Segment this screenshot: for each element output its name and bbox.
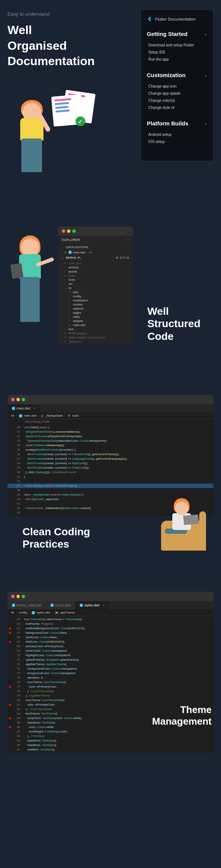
doc-section: Platform Builds⌄Android setupiOS setup [147, 120, 207, 145]
code-line: 68 primaryColor: kPrimaryColor, [7, 644, 214, 649]
code-line: 89 headline3: TextStyle(), [7, 738, 214, 743]
code-line: 63 fontFamily: 'Poppins', [7, 622, 214, 626]
doc-link[interactable]: Change color(s) [148, 97, 207, 104]
code-line: 78 ), // IconThemeData [7, 689, 214, 694]
section-heading: Theme Management [152, 704, 212, 727]
tree-item[interactable]: ›android [60, 265, 131, 269]
code-line: 76 iconTheme: IconThemeData( [7, 680, 214, 685]
project-header[interactable]: ⌄ SERVO_P... ⊕ 🗀 ↻ ⊟ [58, 255, 133, 261]
doc-section: Getting Started⌄Download and setup Flutt… [147, 31, 207, 63]
code-line: 87 fontWeight: FontWeight.bold, [7, 730, 214, 734]
code-line: 80 iconTheme: IconThemeData( [7, 698, 214, 703]
minimize-icon[interactable] [16, 398, 20, 401]
doc-link[interactable]: Change app splash [148, 90, 207, 97]
close-icon[interactable] [11, 398, 15, 401]
doc-link[interactable]: Setup IDE [148, 49, 207, 56]
close-icon[interactable] [11, 595, 15, 598]
doc-section-title[interactable]: Platform Builds⌄ [147, 120, 207, 127]
code-line: 74 foregroundColor: Colors.transparent, [7, 671, 214, 676]
code-line: 72 appBarTheme: AppBarTheme( [7, 662, 214, 667]
tree-item[interactable]: ≡flutter-plugins-dependencies [60, 335, 131, 339]
tree-item[interactable]: ›fonts [60, 278, 131, 282]
maximize-icon[interactable] [22, 398, 25, 401]
tree-item[interactable]: ≡main.dart [60, 323, 131, 327]
tree-item[interactable]: ≡flutter-plugins [60, 331, 131, 335]
breadcrumb[interactable]: lib › main.dart › {} _MyAppState › ⊕ bui… [7, 412, 214, 419]
structured-code-section: EXPLORER ⋯ ⌄ OPEN EDITORS × main.dart li… [0, 197, 221, 369]
tree-item[interactable]: ›utility [60, 315, 131, 319]
code-line: 88 ), // TextStyle [7, 734, 214, 738]
tree-item[interactable]: ›assets [60, 269, 131, 274]
close-icon[interactable] [62, 229, 65, 233]
close-icon[interactable]: × [34, 406, 36, 410]
doc-link[interactable]: Change app icon [148, 83, 207, 90]
window-controls[interactable] [7, 592, 214, 601]
tree-item[interactable]: ›test [60, 327, 131, 331]
explorer-title: EXPLORER ⋯ [58, 236, 133, 244]
tree-item[interactable]: ›build [60, 274, 131, 278]
code-line: 29 BlocProvider(create: (context) => Cha… [7, 466, 214, 470]
doc-link[interactable]: Download and setup Flutter [148, 42, 207, 49]
dart-icon [69, 251, 72, 254]
file-tab[interactable]: styles.dart× [75, 601, 109, 609]
person-illustration [11, 95, 52, 174]
code-line: 22 SystemChrome.setSystemUIOverlayStyle( [7, 434, 214, 439]
code-lens[interactable]: Run | Debug | Profile [7, 419, 214, 424]
code-editor: theme_cubit.dartcolors.dartstyles.dart× … [7, 592, 214, 753]
code-content: 62final ThemeData darkTheme = ThemeData(… [7, 616, 214, 753]
tree-item[interactable]: ›widgets [60, 319, 131, 323]
doc-section-title[interactable]: Customization⌄ [147, 72, 207, 78]
code-line: 25 runApp(MultiBlocProvider(providers: [ [7, 448, 214, 452]
file-explorer-panel: EXPLORER ⋯ ⌄ OPEN EDITORS × main.dart li… [58, 226, 133, 344]
tree-item[interactable]: ⌄lib [60, 286, 131, 290]
file-tab[interactable]: colors.dart [46, 601, 75, 609]
section-heading: Well Structured Code [147, 305, 200, 343]
code-line: 21 WidgetsFlutterBinding.ensureInitializ… [7, 430, 214, 434]
tree-item[interactable]: ›ios [60, 282, 131, 286]
code-line: 20void main() async { [7, 425, 214, 430]
character-illustration: ✓ [7, 77, 82, 174]
tree-item[interactable]: ›models [60, 302, 131, 307]
person-illustration [7, 226, 52, 346]
code-line: 91 subtitle1: TextStyle(); [7, 747, 214, 752]
doc-section-title[interactable]: Getting Started⌄ [147, 31, 207, 37]
code-line: 28 BlocProvider(create: (context) => App… [7, 461, 214, 466]
tree-item[interactable]: ›network [60, 307, 131, 311]
code-line: 79 ), // AppBarTheme [7, 694, 214, 698]
tree-item[interactable]: ≡.gitignore [60, 339, 131, 344]
doc-link[interactable]: Change style of [148, 104, 207, 111]
maximize-icon[interactable] [72, 229, 76, 233]
tree-item[interactable]: ›pages [60, 311, 131, 315]
file-tab[interactable]: main.dart× [7, 404, 40, 412]
maximize-icon[interactable] [22, 595, 25, 598]
breadcrumb[interactable]: lib › config › styles.dart › [■] appThem… [7, 609, 214, 616]
code-line: 62final ThemeData darkTheme = ThemeData( [7, 617, 214, 622]
code-line: 27 BlocProvider(create: (context) => Lan… [7, 457, 214, 461]
doc-link[interactable]: Run the app [148, 56, 207, 63]
code-line: 66 cardColor: Colors.black, [7, 635, 214, 640]
code-line: 32 [7, 479, 214, 484]
code-line: 90 headline1: TextStyle(), [7, 743, 214, 747]
more-icon[interactable]: ⋯ [125, 238, 129, 243]
editor-tab[interactable]: × main.dart lib [58, 250, 133, 255]
tree-item[interactable]: ›bloc [60, 290, 131, 294]
file-tree: ›.dart_tool›android›assets›build›fonts›i… [58, 261, 133, 344]
tree-item[interactable]: ›.dart_tool [60, 261, 131, 265]
tree-item[interactable]: ›localization [60, 298, 131, 302]
tree-item[interactable]: ›config [60, 294, 131, 298]
code-line: 24 await Firebase.initializeApp(); [7, 443, 214, 448]
doc-link[interactable]: iOS setup [148, 138, 207, 145]
minimize-icon[interactable] [67, 229, 70, 233]
open-editors-header[interactable]: ⌄ OPEN EDITORS [58, 244, 133, 250]
window-controls[interactable] [58, 226, 133, 236]
documentation-panel: Flutter Documentation Getting Started⌄Do… [140, 9, 214, 161]
clean-coding-section: main.dart× lib › main.dart › {} _MyAppSt… [0, 369, 221, 573]
code-line: 26 BlocProvider(create: (context) => The… [7, 452, 214, 457]
code-line: 64 scaffoldBackgroundColor: Color(0xff21… [7, 626, 214, 631]
window-controls[interactable] [7, 395, 214, 404]
code-line: 77 color: kPrimaryColor, [7, 685, 214, 689]
file-tab[interactable]: theme_cubit.dart [7, 601, 46, 609]
minimize-icon[interactable] [16, 595, 20, 598]
close-icon[interactable]: × [103, 603, 105, 607]
doc-link[interactable]: Android setup [148, 131, 207, 138]
